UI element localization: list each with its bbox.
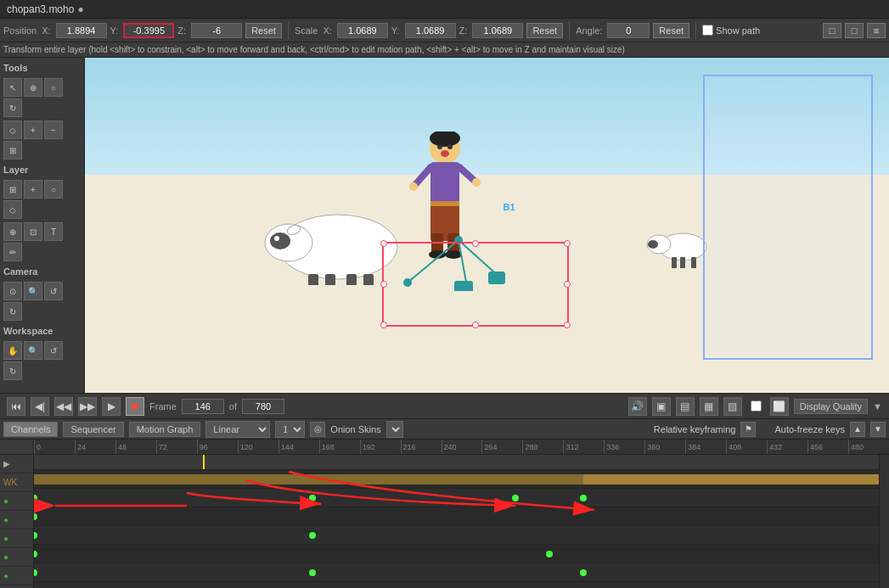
kf-5-1 bbox=[34, 551, 37, 557]
modified-indicator: ● bbox=[77, 3, 83, 15]
layer-tool-6[interactable]: ⊡ bbox=[24, 222, 42, 241]
svg-point-21 bbox=[409, 182, 418, 191]
handle-tl[interactable] bbox=[380, 240, 387, 247]
onion-skins-dropdown[interactable]: ▼ bbox=[386, 421, 403, 438]
show-path-checkbox[interactable] bbox=[702, 25, 713, 36]
layer-tool-1[interactable]: ⊞ bbox=[3, 180, 22, 199]
svg-rect-6 bbox=[325, 274, 335, 285]
ruler-456: 456 bbox=[807, 440, 848, 454]
tools-row-1: ↖ ⊕ ○ ↻ bbox=[3, 78, 81, 117]
y-input[interactable] bbox=[123, 23, 174, 38]
icon-btn-2[interactable]: □ bbox=[845, 23, 864, 38]
ruler-120: 120 bbox=[238, 440, 279, 454]
bottom-section: ⏮ ◀| ◀◀ ▶▶ ▶ ⏺ Frame of 🔊 ▣ ▤ ▦ ▧ ⬜ Disp… bbox=[0, 393, 889, 588]
camera-tool-2[interactable]: 🔍 bbox=[24, 282, 42, 300]
view-mode-2[interactable]: ▤ bbox=[676, 397, 695, 416]
display-quality-button[interactable]: Display Quality bbox=[794, 399, 868, 414]
x-input[interactable] bbox=[56, 23, 107, 38]
ruler-480: 480 bbox=[848, 440, 889, 454]
vertical-scrollbar[interactable] bbox=[879, 455, 889, 588]
layer-tool-4[interactable]: ◇ bbox=[3, 200, 22, 219]
reset-button-3[interactable]: Reset bbox=[653, 23, 689, 38]
angle-input[interactable] bbox=[607, 23, 650, 38]
onion-skins-icon[interactable]: ◎ bbox=[310, 422, 325, 437]
handle-tm[interactable] bbox=[472, 240, 479, 247]
camera-tool-4[interactable]: ↻ bbox=[3, 302, 22, 321]
layer-title: Layer bbox=[3, 163, 81, 176]
up-arrow-btn[interactable]: ▲ bbox=[850, 422, 865, 437]
layer-tool-text[interactable]: T bbox=[44, 222, 63, 241]
record-button[interactable]: ⏺ bbox=[126, 397, 144, 416]
camera-tool-3[interactable]: ↺ bbox=[44, 282, 63, 300]
timeline-tracks[interactable] bbox=[34, 455, 879, 588]
tool-add[interactable]: + bbox=[24, 120, 42, 139]
wk-bar-end bbox=[583, 474, 879, 484]
view-mode-1[interactable]: ▣ bbox=[652, 397, 671, 416]
number-dropdown[interactable]: 123 bbox=[275, 421, 305, 438]
frame-input[interactable] bbox=[182, 399, 224, 414]
handle-ml[interactable] bbox=[380, 281, 387, 288]
timeline-ruler: 0 24 48 72 96 120 144 168 192 216 240 26… bbox=[0, 440, 889, 455]
sequencer-tab[interactable]: Sequencer bbox=[63, 422, 123, 437]
workspace-tool-1[interactable]: ✋ bbox=[3, 341, 22, 360]
show-path-label[interactable]: Show path bbox=[702, 25, 760, 36]
motion-graph-tab[interactable]: Motion Graph bbox=[129, 422, 201, 437]
tool-circle[interactable]: ○ bbox=[44, 78, 63, 97]
workspace-tool-4[interactable]: ↻ bbox=[3, 361, 22, 380]
total-frames-input[interactable] bbox=[242, 399, 284, 414]
down-arrow-btn[interactable]: ▼ bbox=[870, 422, 886, 437]
tool-bone[interactable]: ⊕ bbox=[24, 78, 42, 97]
scale-y-input[interactable] bbox=[405, 23, 456, 38]
ruler-0: 0 bbox=[34, 440, 75, 454]
tool-shape[interactable]: ◇ bbox=[3, 120, 22, 139]
tool-arrow[interactable]: ↖ bbox=[3, 78, 22, 97]
prev-keyframe-button[interactable]: ◀| bbox=[31, 397, 49, 416]
icon-btn-3[interactable]: ≡ bbox=[867, 23, 886, 38]
step-fwd-button[interactable]: ▶▶ bbox=[78, 397, 97, 416]
tool-link[interactable]: ⊞ bbox=[3, 141, 22, 160]
icon-btn-1[interactable]: □ bbox=[823, 23, 841, 38]
kf-6-2 bbox=[309, 569, 316, 576]
preview-rectangle bbox=[703, 75, 873, 360]
z-input[interactable] bbox=[191, 23, 242, 38]
workspace-tool-3[interactable]: ↺ bbox=[44, 341, 63, 360]
scale-x-input[interactable] bbox=[337, 23, 388, 38]
play-button[interactable]: ▶ bbox=[102, 397, 121, 416]
reset-button-2[interactable]: Reset bbox=[526, 23, 563, 38]
reset-button-1[interactable]: Reset bbox=[245, 23, 282, 38]
view-checkbox[interactable] bbox=[751, 400, 762, 412]
workspace-tool-2[interactable]: 🔍 bbox=[24, 341, 42, 360]
ruler-408: 408 bbox=[726, 440, 767, 454]
svg-point-22 bbox=[472, 178, 481, 187]
canvas-background: B1 bbox=[85, 58, 889, 393]
view-mode-3[interactable]: ▦ bbox=[700, 397, 718, 416]
relative-keyframing-icon[interactable]: ⚑ bbox=[740, 422, 756, 437]
z-label: Z: bbox=[177, 25, 186, 36]
volume-button[interactable]: 🔊 bbox=[628, 397, 647, 416]
y-label: Y: bbox=[110, 25, 119, 36]
scale-z-input[interactable] bbox=[472, 23, 523, 38]
track-row-0 bbox=[34, 455, 879, 470]
step-back-button[interactable]: ◀◀ bbox=[54, 397, 73, 416]
ruler-144: 144 bbox=[279, 440, 319, 454]
aspect-ratio-button[interactable]: ⬜ bbox=[770, 397, 789, 416]
skip-start-button[interactable]: ⏮ bbox=[7, 397, 25, 416]
camera-tool-1[interactable]: ⊙ bbox=[3, 282, 22, 300]
track-label-play: ▶ bbox=[0, 455, 33, 473]
tool-rotate[interactable]: ↻ bbox=[3, 98, 22, 117]
layer-tool-5[interactable]: ⊕ bbox=[3, 222, 22, 241]
linear-dropdown[interactable]: Linear Smooth Ease In Ease Out Union bbox=[205, 421, 270, 438]
sheep-small bbox=[644, 226, 712, 268]
layer-tool-3[interactable]: ○ bbox=[44, 180, 63, 199]
transport-bar: ⏮ ◀| ◀◀ ▶▶ ▶ ⏺ Frame of 🔊 ▣ ▤ ▦ ▧ ⬜ Disp… bbox=[0, 394, 889, 419]
tool-minus[interactable]: − bbox=[44, 120, 63, 139]
track-row-6 bbox=[34, 563, 879, 582]
layer-tool-2[interactable]: + bbox=[24, 180, 42, 199]
view-mode-4[interactable]: ▧ bbox=[723, 397, 742, 416]
svg-rect-18 bbox=[430, 162, 459, 204]
svg-rect-5 bbox=[308, 274, 318, 285]
canvas-area[interactable]: B1 bbox=[85, 58, 889, 393]
layer-tool-paint[interactable]: ✏ bbox=[3, 243, 22, 261]
channels-tab[interactable]: Channels bbox=[3, 422, 58, 437]
track-row-2 bbox=[34, 489, 879, 507]
